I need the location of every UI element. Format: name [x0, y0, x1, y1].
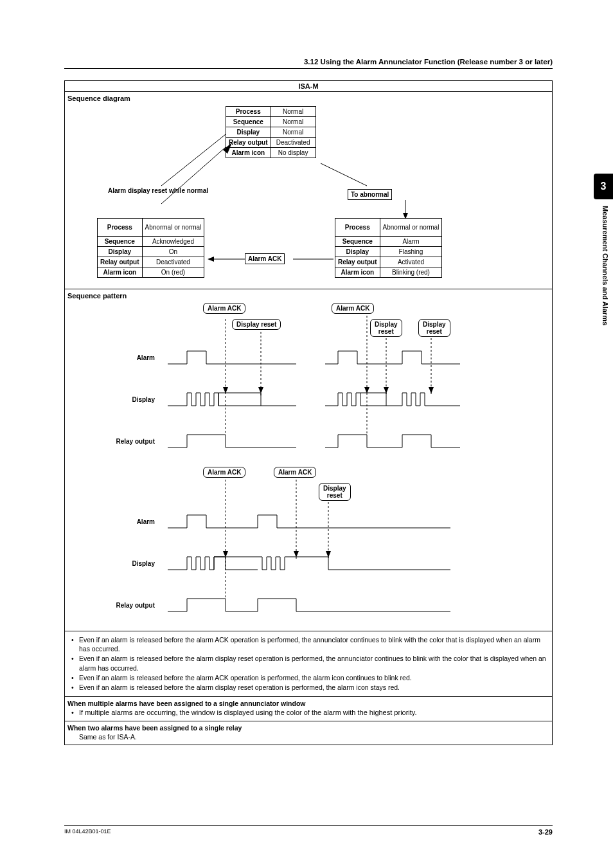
pattern1-right-svg	[319, 312, 473, 454]
note-item: •Even if an alarm is released before the…	[71, 683, 548, 692]
note-text: Even if an alarm is released before the …	[79, 635, 548, 653]
content-box: ISA-M Sequence diagram ProcessNormal Seq…	[64, 80, 553, 745]
multi-alarm-heading: When multiple alarms have been assigned …	[67, 700, 549, 707]
sequence-pattern-label: Sequence pattern	[65, 289, 552, 300]
sequence-diagram-label: Sequence diagram	[65, 92, 552, 102]
note-text: If multiple alarms are occurring, the wi…	[79, 709, 417, 716]
svg-line-1	[161, 147, 226, 204]
section-header: 3.12 Using the Alarm Annunciator Functio…	[64, 58, 553, 69]
sequence-diagram: ProcessNormal SequenceNormal DisplayNorm…	[65, 102, 552, 289]
svg-line-3	[321, 163, 367, 186]
doc-id: IM 04L42B01-01E	[64, 828, 111, 836]
page-number: 3-29	[538, 828, 553, 836]
notes-section: •Even if an alarm is released before the…	[65, 631, 552, 696]
isa-title: ISA-M	[65, 81, 552, 92]
alarm-label: Alarm	[110, 354, 155, 361]
sequence-pattern-area: Sequence pattern Alarm ACK Display reset…	[65, 289, 552, 631]
note-text: Even if an alarm is released before the …	[79, 654, 548, 672]
note-item: •Even if an alarm is released before the…	[71, 635, 548, 653]
chapter-tab: 3	[594, 174, 613, 199]
pattern1-left-svg	[161, 312, 309, 454]
note-text: Even if an alarm is released before the …	[79, 673, 412, 682]
pattern2-svg	[161, 476, 463, 621]
two-alarm-section: When two alarms have been assigned to a …	[65, 721, 552, 745]
page-footer: IM 04L42B01-01E 3-29	[64, 825, 553, 836]
two-alarm-note: Same as for ISA-A.	[67, 732, 549, 741]
pattern-row-1: Alarm ACK Display reset Alarm ACK Displa…	[65, 300, 552, 464]
display-label-2: Display	[110, 560, 155, 567]
alarm-label-2: Alarm	[110, 518, 155, 525]
relay-output-label: Relay output	[103, 438, 155, 445]
diagram-arrows	[65, 102, 553, 289]
note-item: •If multiple alarms are occurring, the w…	[67, 707, 549, 719]
note-text: Even if an alarm is released before the …	[79, 683, 400, 692]
svg-marker-5	[403, 213, 408, 219]
multi-alarm-section: When multiple alarms have been assigned …	[65, 696, 552, 721]
relay-output-label-2: Relay output	[103, 602, 155, 609]
two-alarm-heading: When two alarms have been assigned to a …	[67, 724, 549, 732]
chapter-title: Measurement Channels and Alarms	[601, 206, 609, 325]
svg-marker-18	[429, 387, 434, 393]
svg-line-0	[161, 134, 226, 186]
pattern-row-2: Alarm ACK Alarm ACK Display reset Alarm …	[65, 464, 552, 631]
svg-marker-7	[208, 257, 214, 262]
note-item: •Even if an alarm is released before the…	[71, 654, 548, 672]
display-label: Display	[110, 396, 155, 403]
note-item: •Even if an alarm is released before the…	[71, 673, 548, 682]
chapter-number: 3	[601, 181, 607, 192]
